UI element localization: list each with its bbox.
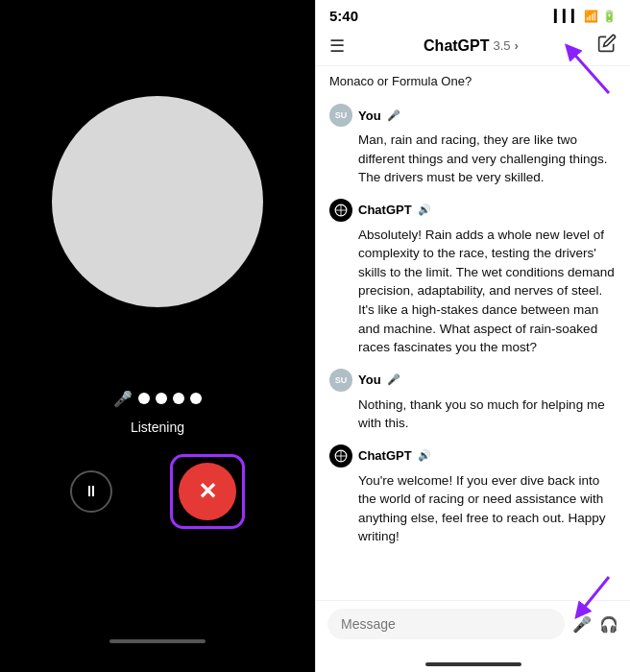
sender-name-gpt-1: ChatGPT (358, 203, 412, 217)
chat-messages[interactable]: Monaco or Formula One? SU You 🎤 Man, rai… (316, 66, 630, 600)
status-bar: 5:40 ▎▎▎ 📶 🔋 (316, 0, 630, 28)
sound-badge-1: 🔊 (418, 204, 431, 216)
avatar-gpt-2 (329, 444, 352, 468)
pause-button[interactable]: ⏸ (70, 470, 112, 513)
activity-dot-2 (156, 393, 167, 404)
annotation-arrow-top (561, 40, 618, 98)
message-input[interactable] (327, 609, 565, 639)
status-icons: ▎▎▎ 📶 🔋 (554, 10, 617, 23)
message-text-you-2: Nothing, thank you so much for helping m… (329, 396, 617, 433)
sender-you-1: SU You 🎤 (329, 104, 617, 127)
message-text-gpt-2: You're welcome! If you ever dive back in… (329, 471, 617, 546)
chevron-right-icon: › (515, 38, 519, 53)
avatar-you-1: SU (329, 104, 352, 127)
activity-dot-3 (173, 393, 184, 404)
header-app-name: ChatGPT (424, 37, 489, 55)
status-time: 5:40 (329, 8, 358, 24)
annotation-arrow-bottom (570, 572, 618, 620)
message-group-you-2: SU You 🎤 Nothing, thank you so much for … (329, 369, 617, 433)
voice-orb (52, 96, 263, 307)
message-group-gpt-1: ChatGPT 🔊 Absolutely! Rain adds a whole … (329, 199, 617, 357)
message-group-you-1: SU You 🎤 Man, rain and racing, they are … (329, 104, 617, 187)
battery-icon: 🔋 (602, 10, 617, 23)
sender-name-you-1: You (358, 108, 381, 123)
mic-activity: 🎤 (113, 390, 202, 408)
close-icon: ✕ (198, 478, 217, 505)
wifi-icon: 📶 (584, 10, 598, 23)
sender-gpt-1: ChatGPT 🔊 (329, 199, 617, 222)
sender-gpt-2: ChatGPT 🔊 (329, 444, 617, 468)
header-version: 3.5 (494, 38, 511, 53)
mic-badge-2: 🎤 (387, 373, 400, 386)
message-text-gpt-1: Absolutely! Rain adds a whole new level … (329, 226, 617, 357)
avatar-gpt-1 (329, 199, 352, 222)
stop-button[interactable]: ✕ (179, 463, 236, 520)
sender-name-gpt-2: ChatGPT (358, 448, 412, 463)
home-indicator (109, 639, 206, 643)
control-buttons: ⏸ ✕ (70, 454, 245, 529)
message-text-you-1: Man, rain and racing, they are like two … (329, 131, 617, 187)
activity-dot-4 (190, 393, 202, 404)
home-indicator-right (425, 662, 521, 666)
sound-badge-2: 🔊 (418, 449, 431, 462)
pause-icon: ⏸ (84, 483, 99, 500)
menu-icon[interactable]: ☰ (329, 36, 345, 57)
sender-you-2: SU You 🎤 (329, 369, 617, 392)
chat-panel: 5:40 ▎▎▎ 📶 🔋 ☰ ChatGPT 3.5 › (315, 0, 630, 672)
mic-badge-1: 🎤 (387, 109, 400, 122)
activity-dot-1 (138, 393, 150, 404)
avatar-you-2: SU (329, 369, 352, 392)
sender-name-you-2: You (358, 372, 381, 387)
voice-panel: 🎤 Listening ⏸ ✕ (0, 0, 315, 672)
listening-label: Listening (131, 420, 184, 435)
mic-icon: 🎤 (113, 390, 133, 408)
stop-button-wrapper: ✕ (170, 454, 245, 529)
message-group-gpt-2: ChatGPT 🔊 You're welcome! If you ever di… (329, 444, 617, 546)
voice-controls: 🎤 Listening ⏸ ✕ (70, 390, 245, 529)
signal-icon: ▎▎▎ (554, 10, 580, 23)
header-title-group: ChatGPT 3.5 › (424, 37, 519, 55)
